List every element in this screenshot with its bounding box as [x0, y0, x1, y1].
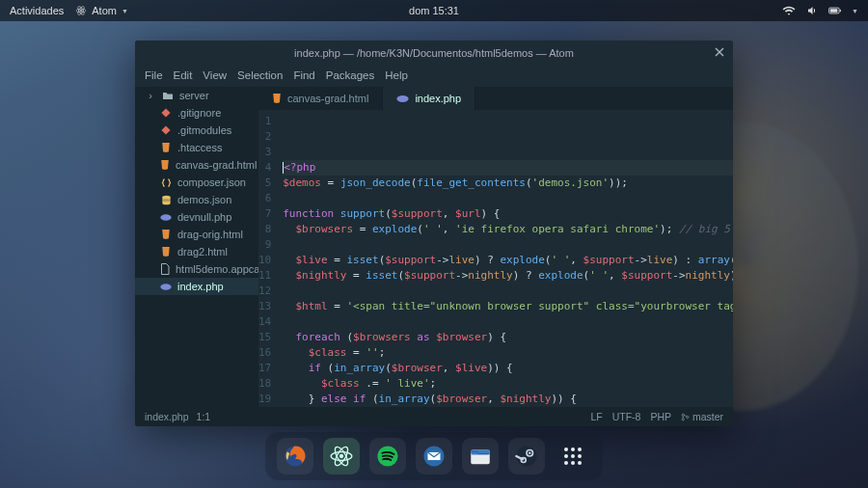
- chevron-right-icon: ›: [145, 90, 156, 101]
- battery-icon[interactable]: [828, 5, 842, 16]
- svg-point-36: [578, 461, 582, 465]
- html-icon: [160, 229, 172, 240]
- tree-item[interactable]: .gitignore: [135, 104, 258, 122]
- tree-item[interactable]: .htaccess: [135, 139, 258, 156]
- atom-icon: [75, 5, 87, 16]
- tree-item-label: devnull.php: [177, 211, 231, 223]
- tree-item[interactable]: .gitmodules: [135, 122, 258, 139]
- code-line[interactable]: [283, 284, 733, 299]
- status-file[interactable]: index.php: [145, 411, 189, 422]
- tree-item-label: .gitignore: [177, 107, 221, 119]
- code-line[interactable]: <?php: [283, 160, 733, 176]
- php-icon: [160, 213, 172, 222]
- tree-item-label: drag2.html: [177, 246, 228, 258]
- menu-find[interactable]: Find: [293, 69, 314, 81]
- folder-icon: [162, 91, 174, 100]
- tree-item-label: .htaccess: [177, 142, 222, 153]
- svg-point-33: [578, 454, 582, 458]
- tree-item[interactable]: html5demo.appca: [135, 260, 258, 278]
- activities-button[interactable]: Actividades: [10, 5, 64, 16]
- tree-item[interactable]: devnull.php: [135, 208, 258, 226]
- code-line[interactable]: $html = '<span title="unknown browser su…: [283, 299, 733, 314]
- code-line[interactable]: $class .= ' live';: [283, 376, 733, 392]
- git-icon: [160, 108, 172, 118]
- tree-item-label: canvas-grad.html: [176, 159, 257, 171]
- svg-point-0: [80, 10, 82, 12]
- tree-root-label: server: [179, 90, 209, 101]
- tree-item[interactable]: drag-orig.html: [135, 226, 258, 243]
- code-line[interactable]: [283, 191, 733, 206]
- svg-point-31: [564, 454, 568, 458]
- volume-icon[interactable]: [805, 5, 819, 16]
- svg-point-12: [682, 414, 684, 416]
- menu-packages[interactable]: Packages: [326, 69, 375, 81]
- clock[interactable]: dom 15:31: [409, 5, 459, 16]
- code-line[interactable]: $class = '';: [283, 345, 733, 361]
- text-editor[interactable]: 12345678910111213141516171819202122 <?ph…: [258, 110, 733, 407]
- chevron-down-icon: ▼: [122, 8, 128, 14]
- svg-rect-5: [830, 9, 838, 13]
- code-line[interactable]: $demos = json_decode(file_get_contents('…: [283, 176, 733, 191]
- svg-point-13: [682, 419, 684, 420]
- tree-item[interactable]: drag2.html: [135, 243, 258, 260]
- system-menu-chevron-icon[interactable]: ▼: [852, 8, 858, 14]
- status-encoding[interactable]: UTF-8: [612, 411, 641, 422]
- tree-item[interactable]: composer.json: [135, 174, 258, 191]
- code-line[interactable]: } else if (in_array($browser, $nightly))…: [283, 392, 733, 407]
- svg-point-9: [160, 214, 171, 220]
- svg-point-16: [339, 454, 343, 458]
- dock-atom[interactable]: [323, 438, 360, 474]
- close-icon[interactable]: [714, 46, 725, 58]
- app-menu-label: Atom: [92, 5, 117, 16]
- tab[interactable]: canvas-grad.html: [258, 87, 383, 110]
- status-git[interactable]: master: [681, 411, 723, 422]
- code-line[interactable]: [283, 237, 733, 253]
- status-branch-label: master: [692, 411, 723, 422]
- code-line[interactable]: $nightly = isset($support->nightly) ? ex…: [283, 268, 733, 284]
- gnome-topbar: Actividades Atom ▼ dom 15:31 ▼: [0, 0, 868, 21]
- code-line[interactable]: foreach ($browsers as $browser) {: [283, 330, 733, 345]
- code-line[interactable]: [283, 314, 733, 330]
- generic-icon: [160, 263, 170, 275]
- menu-help[interactable]: Help: [385, 69, 408, 81]
- html-icon: [272, 93, 282, 104]
- html-icon: [160, 142, 172, 153]
- menu-edit[interactable]: Edit: [174, 69, 193, 81]
- window-titlebar[interactable]: index.php — /home/K3N/Documentos/html5de…: [135, 41, 733, 66]
- json-icon: [160, 177, 172, 188]
- code-line[interactable]: $live = isset($support->live) ? explode(…: [283, 253, 733, 268]
- status-language[interactable]: PHP: [650, 411, 671, 422]
- status-cursor[interactable]: 1:1: [197, 411, 211, 422]
- svg-point-30: [578, 447, 582, 451]
- app-menu[interactable]: Atom ▼: [75, 5, 128, 16]
- svg-point-8: [162, 198, 170, 201]
- code-line[interactable]: $browsers = explode(' ', 'ie firefox ope…: [283, 222, 733, 237]
- dock-apps-grid[interactable]: [555, 438, 591, 474]
- tree-item[interactable]: index.php: [135, 278, 258, 295]
- svg-point-32: [571, 454, 575, 458]
- tree-item[interactable]: canvas-grad.html: [135, 156, 258, 174]
- dock-firefox[interactable]: [277, 438, 313, 474]
- svg-point-29: [571, 447, 575, 451]
- code-line[interactable]: function support($support, $url) {: [283, 206, 733, 222]
- dock-mail[interactable]: [416, 438, 452, 474]
- tab[interactable]: index.php: [383, 87, 475, 110]
- menu-selection[interactable]: Selection: [237, 69, 283, 81]
- file-tree[interactable]: › server .gitignore.gitmodules.htaccessc…: [135, 87, 258, 407]
- dock-files[interactable]: [462, 438, 499, 474]
- menu-view[interactable]: View: [203, 69, 227, 81]
- status-line-ending[interactable]: LF: [590, 411, 602, 422]
- tab-label: index.php: [415, 93, 461, 104]
- dock-spotify[interactable]: [369, 438, 406, 474]
- code-line[interactable]: if (in_array($browser, $live)) {: [283, 361, 733, 376]
- dock-steam[interactable]: [508, 438, 545, 474]
- html-icon: [160, 159, 170, 171]
- svg-rect-6: [840, 10, 841, 12]
- tree-root[interactable]: › server: [135, 87, 258, 104]
- menu-file[interactable]: File: [145, 69, 163, 81]
- wifi-icon[interactable]: [782, 5, 796, 16]
- tree-item[interactable]: demos.json: [135, 191, 258, 208]
- code-area[interactable]: <?php$demos = json_decode(file_get_conte…: [277, 110, 733, 407]
- dock: [265, 432, 603, 480]
- svg-point-11: [397, 95, 409, 102]
